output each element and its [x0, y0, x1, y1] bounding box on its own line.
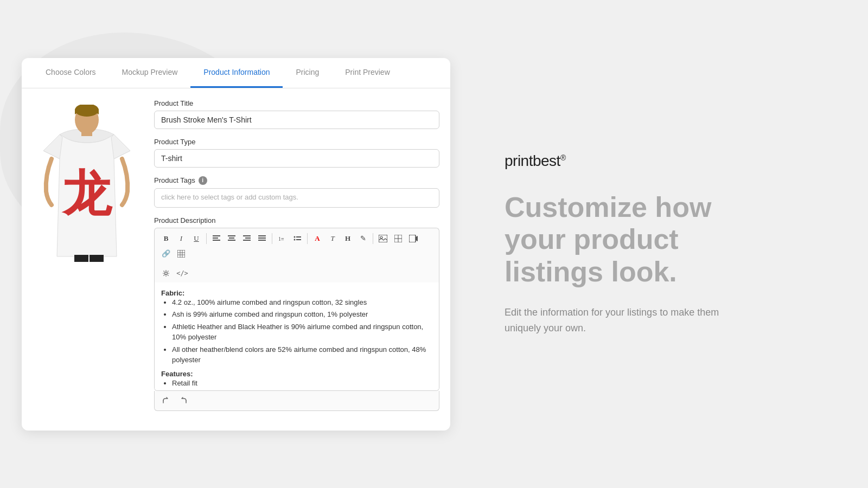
features-heading: Features:: [161, 370, 193, 378]
toolbar-pen[interactable]: ✎: [356, 232, 370, 246]
svg-rect-6: [213, 235, 220, 236]
toolbar-table[interactable]: [391, 232, 405, 246]
svg-rect-16: [258, 237, 266, 239]
svg-point-34: [165, 272, 168, 274]
toolbar-link[interactable]: 🔗: [159, 247, 173, 261]
svg-rect-22: [296, 239, 301, 240]
toolbar-align-left[interactable]: [209, 232, 224, 246]
svg-rect-15: [258, 235, 266, 236]
svg-rect-20: [296, 236, 301, 237]
brand-logo: printbest®: [505, 152, 835, 170]
svg-rect-12: [243, 235, 251, 236]
product-tshirt-image: 龙: [35, 105, 138, 262]
svg-rect-14: [243, 240, 251, 241]
card-body: 龙: [22, 88, 450, 431]
fabric-heading: Fabric:: [161, 289, 184, 297]
toolbar-align-right[interactable]: [240, 232, 254, 246]
editor-content[interactable]: Fabric: 4.2 oz., 100% airlume combed and…: [154, 282, 439, 391]
fabric-item-1: 4.2 oz., 100% airlume combed and ringspu…: [172, 297, 432, 308]
svg-rect-10: [229, 237, 234, 239]
tab-mockup-preview[interactable]: Mockup Preview: [109, 58, 191, 88]
editor-toolbar: B I U: [154, 228, 439, 264]
product-tags-label: Product Tags i: [154, 176, 439, 185]
toolbar-divider-2: [272, 233, 272, 244]
svg-point-19: [294, 236, 296, 237]
toolbar-code[interactable]: </>: [175, 266, 189, 280]
svg-text:1≡: 1≡: [278, 236, 284, 242]
product-tags-input[interactable]: click here to select tags or add custom …: [154, 188, 439, 208]
svg-rect-7: [213, 237, 218, 239]
svg-rect-8: [213, 240, 220, 241]
toolbar-divider-1: [206, 233, 207, 244]
fabric-item-4: All other heather/blend colors are 52% a…: [172, 344, 432, 365]
page-wrapper: Choose Colors Mockup Preview Product Inf…: [0, 0, 868, 488]
toolbar-heading[interactable]: H: [341, 232, 355, 246]
svg-point-21: [294, 239, 296, 240]
main-card: Choose Colors Mockup Preview Product Inf…: [22, 58, 450, 431]
product-description-label: Product Description: [154, 216, 439, 224]
product-title-label: Product Title: [154, 99, 439, 107]
editor-undo[interactable]: [159, 394, 173, 408]
svg-rect-9: [228, 235, 235, 236]
editor-footer: [154, 391, 439, 411]
product-description-group: Product Description B I U: [154, 216, 439, 411]
toolbar-ordered-list[interactable]: 1≡: [275, 232, 289, 246]
tab-product-information[interactable]: Product Information: [190, 58, 283, 88]
card-area: Choose Colors Mockup Preview Product Inf…: [0, 0, 472, 488]
toolbar-italic[interactable]: I: [174, 232, 188, 246]
svg-rect-28: [409, 235, 416, 242]
toolbar-font-size[interactable]: T: [326, 232, 340, 246]
toolbar-video[interactable]: [406, 232, 420, 246]
fabric-item-2: Ash is 99% airlume combed and ringspun c…: [172, 309, 432, 320]
toolbar-underline[interactable]: U: [189, 232, 203, 246]
toolbar-more[interactable]: [174, 247, 188, 261]
tabs-bar: Choose Colors Mockup Preview Product Inf…: [22, 58, 450, 88]
features-item-1: Retail fit: [172, 378, 432, 389]
product-type-input[interactable]: [154, 149, 439, 168]
svg-rect-23: [379, 235, 387, 242]
svg-text:龙: 龙: [61, 167, 113, 221]
toolbar-settings[interactable]: [159, 266, 173, 280]
editor-extra-toolbar: </>: [154, 264, 439, 282]
editor-redo[interactable]: [176, 394, 190, 408]
product-image-container: 龙: [33, 99, 141, 420]
product-type-group: Product Type: [154, 138, 439, 168]
svg-rect-29: [177, 250, 185, 258]
toolbar-divider-4: [373, 233, 373, 244]
fabric-item-3: Athletic Heather and Black Heather is 90…: [172, 322, 432, 343]
product-tags-group: Product Tags i click here to select tags…: [154, 176, 439, 208]
svg-rect-11: [228, 240, 235, 241]
hero-title: Customize how your product listings look…: [505, 191, 765, 288]
svg-rect-17: [258, 240, 266, 241]
product-type-label: Product Type: [154, 138, 439, 146]
tab-print-preview[interactable]: Print Preview: [332, 58, 403, 88]
features-list: Retail fit Unisex sizing Shoulder taping…: [172, 378, 432, 391]
toolbar-bold[interactable]: B: [159, 232, 173, 246]
toolbar-font-color[interactable]: A: [310, 232, 324, 246]
product-tags-info-icon[interactable]: i: [199, 176, 207, 185]
tab-pricing[interactable]: Pricing: [283, 58, 332, 88]
toolbar-unordered-list[interactable]: [290, 232, 304, 246]
svg-rect-5: [90, 255, 104, 262]
features-item-2: Unisex sizing: [172, 390, 432, 391]
fabric-list: 4.2 oz., 100% airlume combed and ringspu…: [172, 297, 432, 365]
toolbar-justify[interactable]: [255, 232, 269, 246]
toolbar-image[interactable]: [376, 232, 390, 246]
form-area: Product Title Product Type: [154, 99, 439, 420]
toolbar-divider-3: [307, 233, 308, 244]
product-title-input[interactable]: [154, 111, 439, 129]
tab-choose-colors[interactable]: Choose Colors: [33, 58, 109, 88]
right-panel: printbest® Customize how your product li…: [472, 120, 868, 369]
hero-subtitle: Edit the information for your listings t…: [505, 305, 743, 336]
toolbar-align-center[interactable]: [225, 232, 239, 246]
svg-rect-2: [81, 129, 92, 136]
product-title-group: Product Title: [154, 99, 439, 129]
svg-rect-13: [245, 237, 251, 239]
svg-rect-4: [74, 255, 88, 262]
